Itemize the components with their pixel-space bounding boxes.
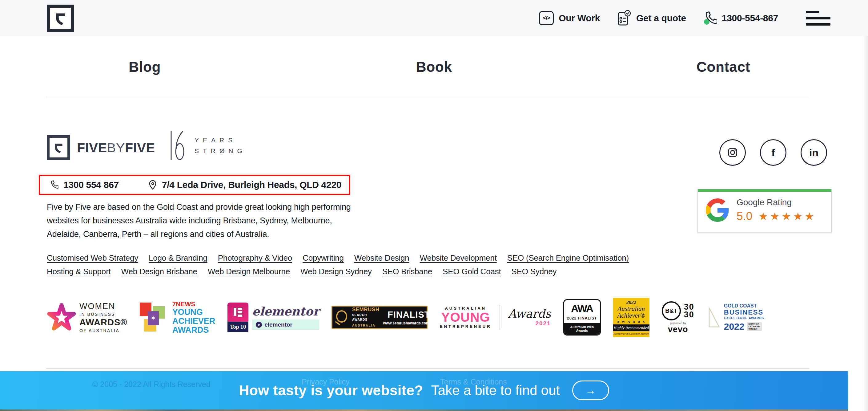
- divider-top: [46, 98, 809, 98]
- wib-line2: IN BUSINESS: [80, 312, 127, 317]
- years-strong-badge: YEARS STRØNG: [169, 129, 246, 162]
- elementor-badge-icon: e: [256, 322, 262, 328]
- gcbe-line2: BUSINESS: [724, 309, 764, 316]
- link-customised-web-strategy[interactable]: Customised Web Strategy: [47, 253, 138, 263]
- ya-brand: 7NEWS: [173, 300, 215, 308]
- linkedin-button[interactable]: in: [801, 139, 827, 166]
- banner-question: How tasty is your website?: [239, 382, 423, 399]
- phone-icon: [703, 11, 717, 26]
- wib-line3: AWARDS®: [80, 317, 127, 327]
- site-logo[interactable]: [47, 5, 74, 32]
- semrush-finalist: FINALIST: [388, 310, 430, 320]
- footer-links-row-2: Hosting & Support Web Design Brisbane We…: [47, 267, 557, 276]
- top-nav: </> Our Work Get a quote: [539, 0, 831, 36]
- nav-link-blog[interactable]: Blog: [129, 59, 161, 75]
- elementor-top10: Top 10: [227, 322, 248, 332]
- link-website-design[interactable]: Website Design: [354, 253, 409, 263]
- link-web-design-melbourne[interactable]: Web Design Melbourne: [208, 267, 290, 276]
- award-australian-web-awards-logo: AWA 2022 FINALIST Australian Web Awards: [563, 299, 601, 335]
- years-line2: STRØNG: [194, 145, 246, 156]
- top-bar: </> Our Work Get a quote: [0, 0, 868, 36]
- link-logo-branding[interactable]: Logo & Branding: [149, 253, 208, 263]
- footer-logo[interactable]: [47, 135, 70, 160]
- sixteen-numeral-icon: [169, 129, 189, 162]
- aye-year: 2021: [535, 320, 551, 327]
- checklist-icon: [617, 10, 631, 26]
- awards-strip: WOMEN IN BUSINESS AWARDS® OF AUSTRALIA ✶…: [47, 298, 764, 337]
- footer-address: 7/4 Leda Drive, Burleigh Heads, QLD 4220: [162, 180, 341, 190]
- rating-green-bar: [698, 189, 831, 192]
- nav-get-a-quote[interactable]: Get a quote: [617, 10, 686, 26]
- google-rating-stars: ★★★★★: [758, 210, 816, 223]
- link-web-design-sydney[interactable]: Web Design Sydney: [301, 267, 372, 276]
- achiever-letters: A W A R D S: [617, 320, 646, 323]
- link-website-development[interactable]: Website Development: [420, 253, 497, 263]
- awa-strip: Australian Web Awards: [564, 323, 600, 334]
- scrollbar-track[interactable]: [864, 36, 868, 411]
- link-seo-brisbane[interactable]: SEO Brisbane: [382, 267, 432, 276]
- footer-phone-link[interactable]: 1300 554 867: [49, 180, 119, 190]
- bt-circle-icon: B&T: [662, 301, 681, 320]
- wib-star-icon: [47, 302, 76, 332]
- achiever-strip: Highly Recommended: [613, 324, 649, 331]
- link-seo-sydney[interactable]: SEO Sydney: [512, 267, 557, 276]
- gcbe-tag-2: CATEGORY: [749, 325, 761, 328]
- gcbe-tag-1: MONTHLY: [749, 323, 761, 325]
- award-women-in-business-logo: WOMEN IN BUSINESS AWARDS® OF AUSTRALIA: [47, 302, 127, 333]
- nav-link-book[interactable]: Book: [416, 59, 452, 75]
- semrush-title: SEMRUSH: [352, 307, 379, 312]
- google-rating-label: Google Rating: [737, 198, 816, 207]
- nav-phone[interactable]: 1300-554-867: [703, 11, 778, 26]
- award-semrush-finalist-logo: SEMRUSH SEARCH AWARDS AUSTRALIA FINALIST…: [332, 305, 428, 329]
- instagram-button[interactable]: [719, 139, 746, 166]
- contact-highlight-box: 1300 554 867 7/4 Leda Drive, Burleigh He…: [39, 175, 350, 195]
- page: </> Our Work Get a quote: [0, 0, 868, 411]
- semrush-url: www.semrushawards.com.au: [383, 321, 435, 325]
- underlying-page-image-strip: [0, 409, 848, 411]
- link-seo-gold-coast[interactable]: SEO Gold Coast: [443, 267, 501, 276]
- award-australian-achiever-logo: 2022 Australian Achiever® A W A R D S Hi…: [613, 298, 649, 337]
- facebook-button[interactable]: f: [760, 139, 786, 166]
- awa-logo-text: AWA: [571, 300, 593, 315]
- bt-thirty-2: 30: [684, 311, 694, 319]
- code-icon: </>: [539, 11, 554, 25]
- award-young-achiever-logo: ✶ 7NEWS YOUNG ACHIEVER AWARDS: [140, 300, 215, 334]
- google-logo-icon: [706, 198, 729, 222]
- google-rating-widget[interactable]: Google Rating 5.0 ★★★★★: [698, 189, 832, 233]
- young-achiever-squares-icon: ✶: [140, 302, 168, 332]
- link-web-design-brisbane[interactable]: Web Design Brisbane: [121, 267, 197, 276]
- linkedin-icon: in: [809, 147, 818, 159]
- arrow-right-icon: →: [585, 384, 596, 397]
- nav-our-work-label: Our Work: [559, 13, 600, 23]
- nav-link-contact[interactable]: Contact: [696, 59, 750, 75]
- footer-phone-number: 1300 554 867: [63, 180, 119, 190]
- cta-banner[interactable]: © 2005 - 2022 All Rights Reserved Privac…: [0, 371, 848, 409]
- gcbe-line3: EXCELLENCE AWARDS: [724, 316, 764, 320]
- instagram-icon: [727, 147, 738, 158]
- location-pin-icon: [148, 180, 157, 190]
- elementor-badge-label: elementor: [265, 321, 292, 328]
- footer-description: Five by Five are based on the Gold Coast…: [47, 200, 354, 241]
- banner-arrow-button[interactable]: →: [572, 381, 609, 400]
- award-gold-coast-business-logo: GOLD COAST BUSINESS EXCELLENCE AWARDS 20…: [707, 303, 764, 332]
- facebook-icon: f: [771, 147, 775, 159]
- footer-nav-row: Blog Book Contact: [0, 36, 868, 98]
- link-photography-video[interactable]: Photography & Video: [218, 253, 292, 263]
- gcbe-line1: GOLD COAST: [724, 303, 764, 309]
- link-copywriting[interactable]: Copywriting: [303, 253, 344, 263]
- nav-our-work[interactable]: </> Our Work: [539, 11, 600, 25]
- nav-phone-label: 1300-554-867: [722, 13, 778, 23]
- wordmark-by: BY: [107, 140, 125, 155]
- gcbe-winner-tag: MONTHLY CATEGORY WINNER: [747, 322, 762, 331]
- brand-wordmark: FIVEBYFIVE: [77, 140, 155, 155]
- link-seo[interactable]: SEO (Search Engine Optimisation): [507, 253, 629, 263]
- link-hosting-support[interactable]: Hosting & Support: [47, 267, 111, 276]
- five-glyph-icon: [52, 141, 65, 155]
- gcbe-year: 2022: [724, 321, 745, 332]
- footer-address-link[interactable]: 7/4 Leda Drive, Burleigh Heads, QLD 4220: [148, 180, 341, 190]
- phone-icon: [49, 180, 59, 190]
- five-glyph-icon: [52, 10, 68, 26]
- hamburger-menu-icon[interactable]: [806, 11, 831, 26]
- elementor-e-icon: [227, 302, 248, 322]
- award-young-entrepreneur-logo: AUSTRALIAN YOUNG ENTREPRENEUR Awards 202…: [440, 305, 551, 330]
